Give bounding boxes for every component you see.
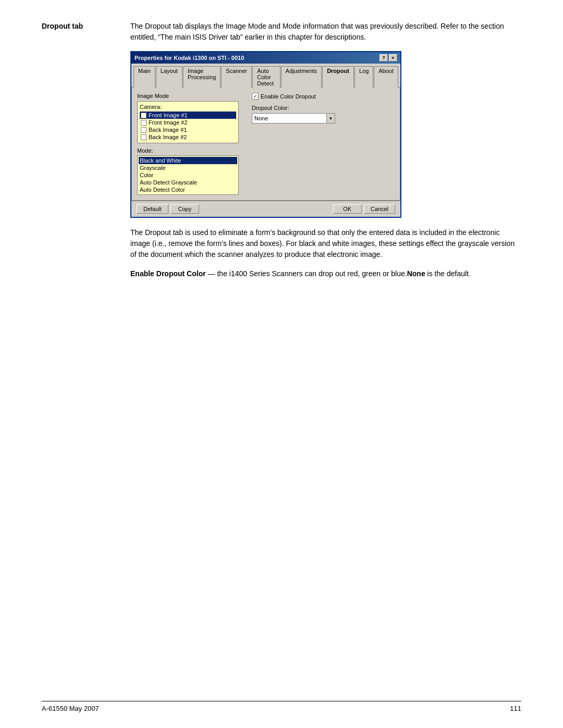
enable-color-dropout-row: ✓ Enable Color Dropout xyxy=(252,93,395,100)
dialog-window: Properties for Kodak i1300 on STI - 0010… xyxy=(130,51,401,218)
tab-about[interactable]: About xyxy=(374,66,398,88)
body2-end: is the default. xyxy=(425,269,471,278)
dialog-inner: Image Mode Camera: ✓ Front Image #1 xyxy=(137,93,395,195)
enable-color-dropout-checkbox[interactable]: ✓ xyxy=(252,93,259,100)
page-content: Dropout tab The Dropout tab displays the… xyxy=(0,0,563,319)
body-text-2: Enable Dropout Color — the i1400 Series … xyxy=(130,268,521,279)
body-text-1: The Dropout tab is used to eliminate a f… xyxy=(130,227,521,260)
footer-right: 111 xyxy=(510,705,521,712)
tab-layout[interactable]: Layout xyxy=(156,66,182,88)
intro-text: The Dropout tab displays the Image Mode … xyxy=(130,21,521,43)
tab-image-processing[interactable]: Image Processing xyxy=(183,66,221,88)
enable-dropout-color-bold: Enable Dropout Color xyxy=(130,269,206,278)
dialog-footer: Default Copy OK Cancel xyxy=(131,201,400,217)
image-mode-section: Image Mode Camera: ✓ Front Image #1 xyxy=(137,93,241,195)
tab-log[interactable]: Log xyxy=(354,66,373,88)
tab-adjustments[interactable]: Adjustments xyxy=(281,66,322,88)
tab-auto-color-detect[interactable]: Auto Color Detect xyxy=(252,66,280,88)
tab-scanner[interactable]: Scanner xyxy=(221,66,252,88)
mode-item-bw[interactable]: Black and White xyxy=(139,157,237,164)
tab-dropout[interactable]: Dropout xyxy=(322,66,354,88)
dropout-tab-heading: Dropout tab xyxy=(42,22,83,30)
dialog-tabs: Main Layout Image Processing Scanner Aut… xyxy=(131,64,400,88)
camera-label-front2: Front Image #2 xyxy=(149,119,188,126)
camera-checkbox-front2[interactable] xyxy=(141,120,146,126)
camera-label-back1: Back Image #1 xyxy=(149,127,187,133)
footer-left-buttons: Default Copy xyxy=(137,204,199,214)
copy-button[interactable]: Copy xyxy=(170,204,199,214)
dialog-body: Image Mode Camera: ✓ Front Image #1 xyxy=(131,88,400,201)
camera-checkbox-front1[interactable]: ✓ xyxy=(141,113,146,118)
camera-box: Camera: ✓ Front Image #1 Front Image #2 xyxy=(137,101,239,143)
mode-list: Black and White Grayscale Color Auto Det… xyxy=(137,155,239,195)
body2-dash: — the i1400 Series Scanners can drop out… xyxy=(206,269,407,278)
ok-button[interactable]: OK xyxy=(333,204,362,214)
mode-item-auto-grayscale[interactable]: Auto Detect Grayscale xyxy=(139,179,237,186)
camera-checkbox-back2[interactable] xyxy=(141,134,146,140)
camera-label: Camera: xyxy=(140,104,236,110)
titlebar-buttons: ? × xyxy=(380,54,397,61)
image-mode-title: Image Mode xyxy=(137,93,241,99)
none-bold: None xyxy=(407,269,425,278)
close-button[interactable]: × xyxy=(389,54,397,61)
mode-item-color[interactable]: Color xyxy=(139,171,237,179)
camera-checkbox-back1[interactable] xyxy=(141,127,146,133)
dialog-title: Properties for Kodak i1300 on STI - 0010 xyxy=(134,55,244,61)
dropout-color-dropdown[interactable]: None ▼ xyxy=(252,113,335,124)
cancel-button[interactable]: Cancel xyxy=(364,204,395,214)
mode-item-grayscale[interactable]: Grayscale xyxy=(139,164,237,171)
tab-main[interactable]: Main xyxy=(133,66,155,88)
dropdown-arrow-icon[interactable]: ▼ xyxy=(326,114,335,123)
section-label: Dropout tab xyxy=(42,21,115,288)
page-footer: A-61550 May 2007 111 xyxy=(42,701,521,712)
camera-label-front1: Front Image #1 xyxy=(149,112,188,118)
footer-left: A-61550 May 2007 xyxy=(42,705,99,712)
camera-item-front2[interactable]: Front Image #2 xyxy=(140,119,236,126)
mode-item-auto-color[interactable]: Auto Detect Color xyxy=(139,186,237,193)
section-body: The Dropout tab displays the Image Mode … xyxy=(130,21,521,288)
camera-item-back2[interactable]: Back Image #2 xyxy=(140,133,236,141)
dropout-section: ✓ Enable Color Dropout Dropout Color: No… xyxy=(252,93,395,195)
camera-label-back2: Back Image #2 xyxy=(149,134,187,140)
camera-item-front1[interactable]: ✓ Front Image #1 xyxy=(140,112,236,119)
dropout-color-value: None xyxy=(252,115,326,121)
help-button[interactable]: ? xyxy=(380,54,388,61)
camera-item-back1[interactable]: Back Image #1 xyxy=(140,126,236,133)
default-button[interactable]: Default xyxy=(137,204,168,214)
dropout-color-label: Dropout Color: xyxy=(252,105,395,111)
mode-label: Mode: xyxy=(137,147,241,154)
section-row: Dropout tab The Dropout tab displays the… xyxy=(42,21,521,288)
enable-color-dropout-label: Enable Color Dropout xyxy=(261,93,316,100)
dialog-titlebar: Properties for Kodak i1300 on STI - 0010… xyxy=(131,52,400,64)
footer-right-buttons: OK Cancel xyxy=(333,204,395,214)
